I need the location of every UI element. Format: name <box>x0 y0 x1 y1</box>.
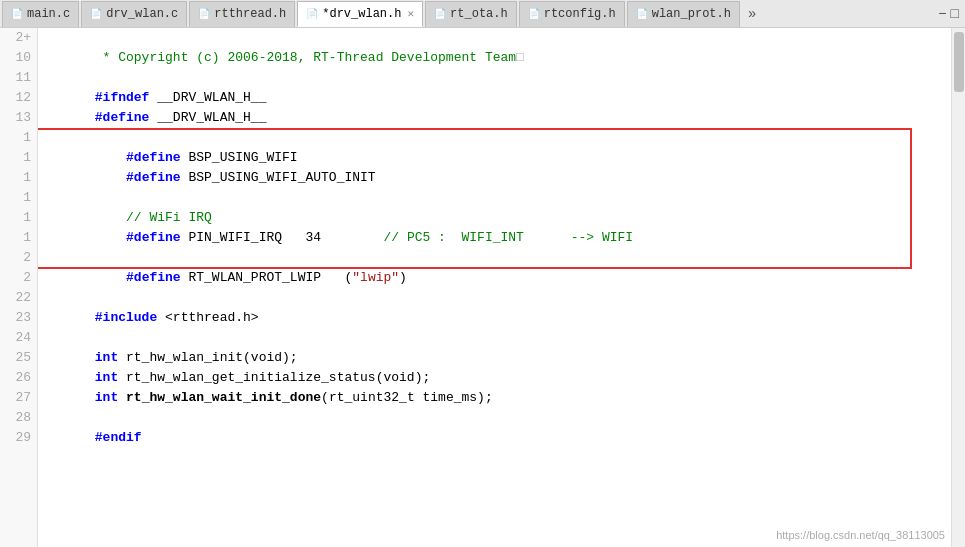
file-icon: 📄 <box>198 8 210 20</box>
code-line: * Copyright (c) 2006-2018, RT-Thread Dev… <box>48 28 951 48</box>
tab-rtthread-h[interactable]: 📄 rtthread.h <box>189 1 295 27</box>
tab-label: rt_ota.h <box>450 7 508 21</box>
keyword: #define <box>126 170 181 185</box>
line-num: 1 <box>0 128 31 148</box>
keyword: #define <box>126 230 181 245</box>
string-literal: "lwip" <box>352 270 399 285</box>
scrollbar[interactable] <box>951 28 965 547</box>
line-num: 11 <box>0 68 31 88</box>
code-line: int rt_hw_wlan_init(void); <box>48 328 951 348</box>
tab-bar: 📄 main.c 📄 drv_wlan.c 📄 rtthread.h 📄 *dr… <box>0 0 965 28</box>
code-area[interactable]: * Copyright (c) 2006-2018, RT-Thread Dev… <box>38 28 951 547</box>
code-line: #endif <box>48 408 951 428</box>
line-num: 29 <box>0 428 31 448</box>
tab-drv-wlan-c[interactable]: 📄 drv_wlan.c <box>81 1 187 27</box>
tab-label: rtthread.h <box>214 7 286 21</box>
line-num: 1 <box>0 188 31 208</box>
line-num: 23 <box>0 308 31 328</box>
file-icon: 📄 <box>11 8 23 20</box>
tab-wlan-prot-h[interactable]: 📄 wlan_prot.h <box>627 1 740 27</box>
line-num: 1 <box>0 168 31 188</box>
window-controls: − □ <box>938 6 963 22</box>
code-line: #ifndef __DRV_WLAN_H__ <box>48 68 951 88</box>
file-icon: 📄 <box>528 8 540 20</box>
minimize-icon[interactable]: − <box>938 6 946 22</box>
tab-overflow-button[interactable]: » <box>742 6 762 22</box>
watermark: https://blog.csdn.net/qq_38113005 <box>776 529 945 541</box>
line-num: 1 <box>0 208 31 228</box>
keyword: #define <box>126 150 181 165</box>
code-line: #include <rtthread.h> <box>48 288 951 308</box>
comment-text: // WiFi IRQ <box>126 210 212 225</box>
code-line <box>48 428 951 448</box>
line-num: 27 <box>0 388 31 408</box>
keyword: #endif <box>95 430 142 445</box>
line-num: 1 <box>0 148 31 168</box>
line-num: 2 <box>0 268 31 288</box>
line-num: 12 <box>0 88 31 108</box>
tab-label: rtconfig.h <box>544 7 616 21</box>
comment-text: // PC5 : WIFI_INT --> WIFI <box>383 230 633 245</box>
line-num: 25 <box>0 348 31 368</box>
keyword: int <box>95 390 118 405</box>
keyword: int <box>95 370 118 385</box>
line-num: 13 <box>0 108 31 128</box>
tab-label: *drv_wlan.h <box>322 7 401 21</box>
line-num: 22 <box>0 288 31 308</box>
code-line: #define BSP_USING_WIFI <box>48 128 951 148</box>
line-num: 2+ <box>0 28 31 48</box>
keyword: #include <box>95 310 157 325</box>
line-num: 26 <box>0 368 31 388</box>
line-num: 1 <box>0 228 31 248</box>
line-num: 2 <box>0 248 31 268</box>
editor-container: 2+ 10 11 12 13 1 1 1 1 1 1 2 2 22 23 24 … <box>0 28 965 547</box>
keyword: #ifndef <box>95 90 150 105</box>
line-numbers: 2+ 10 11 12 13 1 1 1 1 1 1 2 2 22 23 24 … <box>0 28 38 547</box>
line-num: 10 <box>0 48 31 68</box>
scrollbar-thumb[interactable] <box>954 32 964 92</box>
tab-label: main.c <box>27 7 70 21</box>
code-line: // WiFi IRQ <box>48 188 951 208</box>
tab-rtconfig-h[interactable]: 📄 rtconfig.h <box>519 1 625 27</box>
keyword: #define <box>95 110 150 125</box>
tab-rt-ota-h[interactable]: 📄 rt_ota.h <box>425 1 517 27</box>
file-icon: 📄 <box>636 8 648 20</box>
maximize-icon[interactable]: □ <box>951 6 959 22</box>
close-icon[interactable]: ✕ <box>407 7 414 20</box>
keyword: #define <box>126 270 181 285</box>
file-icon: 📄 <box>90 8 102 20</box>
file-icon: 📄 <box>306 8 318 20</box>
comment-text: * Copyright (c) 2006-2018, RT-Thread Dev… <box>95 50 516 65</box>
code-line: #define RT_WLAN_PROT_LWIP ("lwip") <box>48 248 951 268</box>
tab-label: drv_wlan.c <box>106 7 178 21</box>
keyword: int <box>95 350 118 365</box>
tab-label: wlan_prot.h <box>652 7 731 21</box>
tab-drv-wlan-h[interactable]: 📄 *drv_wlan.h ✕ <box>297 1 423 27</box>
line-num: 28 <box>0 408 31 428</box>
tab-main-c[interactable]: 📄 main.c <box>2 1 79 27</box>
file-icon: 📄 <box>434 8 446 20</box>
line-num: 24 <box>0 328 31 348</box>
